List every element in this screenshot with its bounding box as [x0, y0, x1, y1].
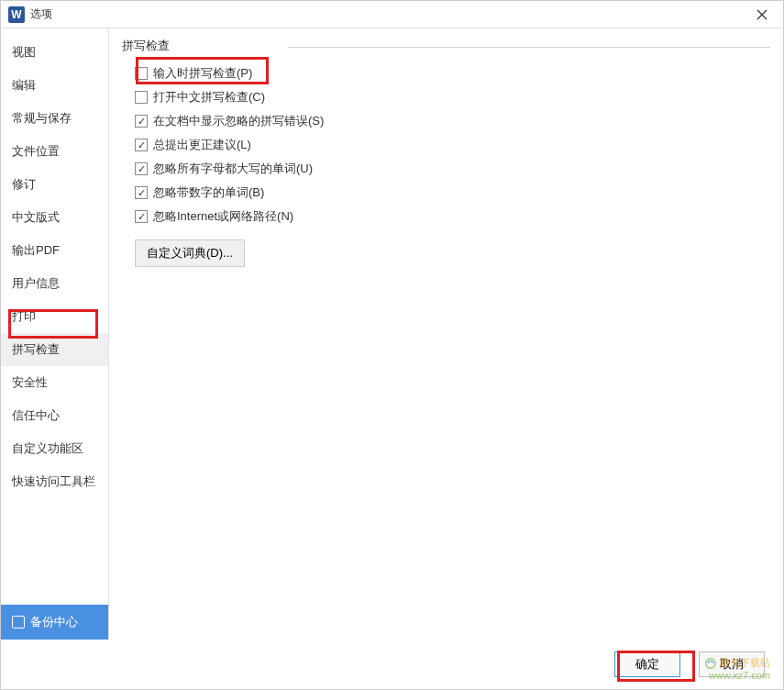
sidebar-item-chinese-layout[interactable]: 中文版式	[1, 201, 108, 234]
sidebar: 视图 编辑 常规与保存 文件位置 修订 中文版式 输出PDF 用户信息 打印 拼…	[1, 28, 109, 640]
main-container: 视图 编辑 常规与保存 文件位置 修订 中文版式 输出PDF 用户信息 打印 拼…	[1, 28, 783, 640]
sidebar-item-revision[interactable]: 修订	[1, 168, 108, 201]
sidebar-item-custom-ribbon[interactable]: 自定义功能区	[1, 432, 108, 465]
checkbox-label: 忽略所有字母都大写的单词(U)	[153, 161, 313, 177]
sidebar-item-view[interactable]: 视图	[1, 36, 108, 69]
sidebar-item-user-info[interactable]: 用户信息	[1, 267, 108, 300]
app-icon: W	[8, 6, 25, 23]
content-panel: 拼写检查 输入时拼写检查(P) 打开中文拼写检查(C) 在文档中显示忽略的拼写错…	[109, 28, 783, 640]
checkbox-row-spellcheck-typing: 输入时拼写检查(P)	[135, 63, 770, 83]
checkbox-ignore-numbers[interactable]	[135, 186, 148, 199]
section-divider	[289, 47, 770, 48]
footer: 确定 取消	[1, 640, 783, 689]
custom-dictionary-button[interactable]: 自定义词典(D)...	[135, 239, 245, 267]
sidebar-item-trust-center[interactable]: 信任中心	[1, 399, 108, 432]
sidebar-item-general-save[interactable]: 常规与保存	[1, 102, 108, 135]
checkbox-label: 总提出更正建议(L)	[153, 137, 251, 153]
checkbox-row-ignore-uppercase: 忽略所有字母都大写的单词(U)	[135, 159, 770, 179]
checkbox-label: 输入时拼写检查(P)	[153, 65, 252, 82]
checkbox-ignore-uppercase[interactable]	[135, 162, 148, 175]
ok-button[interactable]: 确定	[614, 651, 680, 677]
checkbox-spellcheck-typing[interactable]	[135, 67, 148, 80]
sidebar-item-edit[interactable]: 编辑	[1, 69, 108, 102]
checkbox-show-ignored[interactable]	[135, 115, 148, 128]
checkbox-row-ignore-internet: 忽略Internet或网络路径(N)	[135, 206, 770, 227]
backup-icon	[12, 616, 25, 629]
checkbox-label: 忽略Internet或网络路径(N)	[153, 208, 293, 225]
sidebar-item-spellcheck[interactable]: 拼写检查	[1, 333, 108, 366]
checkbox-ignore-internet[interactable]	[135, 210, 148, 223]
checkbox-suggest-corrections[interactable]	[135, 139, 148, 151]
checkbox-row-show-ignored: 在文档中显示忽略的拼写错误(S)	[135, 111, 770, 131]
close-icon	[756, 9, 767, 20]
sidebar-item-quick-access[interactable]: 快速访问工具栏	[1, 465, 108, 498]
checkbox-row-ignore-numbers: 忽略带数字的单词(B)	[135, 183, 770, 203]
window-title: 选项	[30, 6, 52, 22]
sidebar-item-output-pdf[interactable]: 输出PDF	[1, 234, 108, 267]
sidebar-item-file-location[interactable]: 文件位置	[1, 135, 108, 168]
backup-center-label: 备份中心	[30, 614, 78, 630]
sidebar-item-print[interactable]: 打印	[1, 300, 108, 333]
section-title: 拼写检查	[122, 38, 770, 54]
titlebar: W 选项	[1, 1, 783, 28]
checkbox-label: 在文档中显示忽略的拼写错误(S)	[153, 113, 324, 129]
close-button[interactable]	[748, 1, 776, 28]
sidebar-item-security[interactable]: 安全性	[1, 366, 108, 399]
backup-center-button[interactable]: 备份中心	[1, 605, 108, 640]
checkbox-chinese-spellcheck[interactable]	[135, 91, 148, 104]
checkbox-label: 打开中文拼写检查(C)	[153, 89, 265, 106]
cancel-button[interactable]: 取消	[699, 651, 765, 677]
checkbox-label: 忽略带数字的单词(B)	[153, 184, 264, 201]
checkbox-row-chinese-spellcheck: 打开中文拼写检查(C)	[135, 87, 770, 107]
checkbox-row-suggest-corrections: 总提出更正建议(L)	[135, 135, 770, 155]
